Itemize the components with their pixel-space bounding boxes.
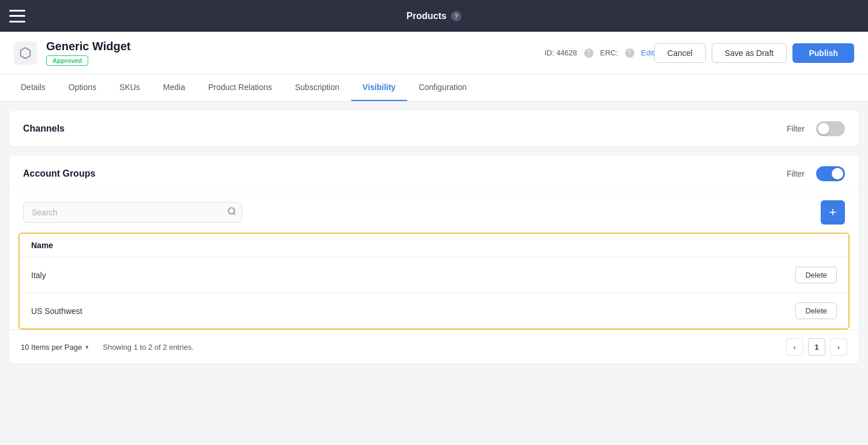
account-groups-title: Account Groups <box>23 169 95 179</box>
approved-badge: Approved <box>46 55 88 66</box>
prev-icon: ‹ <box>794 343 796 351</box>
row-name: Italy <box>31 271 795 280</box>
per-page-label: 10 Items per Page <box>21 343 82 351</box>
delete-button[interactable]: Delete <box>795 302 837 319</box>
search-icon[interactable] <box>227 207 236 218</box>
edit-link[interactable]: Edit <box>641 48 654 57</box>
name-column-header: Name <box>31 241 837 250</box>
help-icon[interactable]: ? <box>451 11 461 21</box>
current-page-button[interactable]: 1 <box>808 338 825 356</box>
delete-button[interactable]: Delete <box>795 267 837 283</box>
erc-label: ERC: <box>600 48 618 57</box>
channels-section: Channels Filter <box>9 111 859 147</box>
product-info: Generic Widget Approved <box>46 40 531 66</box>
tab-visibility[interactable]: Visibility <box>351 74 407 101</box>
cancel-button[interactable]: Cancel <box>654 43 706 63</box>
product-id: ID: 44628 <box>544 48 577 57</box>
save-draft-button[interactable]: Save as Draft <box>712 43 787 63</box>
tab-configuration[interactable]: Configuration <box>407 74 478 101</box>
svg-line-1 <box>234 213 235 215</box>
erc-help-icon[interactable]: ? <box>625 48 634 58</box>
top-bar: Products ? <box>0 0 868 32</box>
search-area: + <box>9 192 859 233</box>
page-title: Products <box>407 11 446 21</box>
content-area: Channels Filter Account Groups Filter <box>0 102 868 373</box>
table-row: US Southwest Delete <box>20 293 848 328</box>
top-bar-title: Products ? <box>407 11 461 21</box>
add-account-group-button[interactable]: + <box>821 200 845 225</box>
tab-skus[interactable]: SKUs <box>108 74 152 101</box>
channels-filter-toggle[interactable] <box>816 121 845 136</box>
next-icon: › <box>837 343 840 351</box>
account-groups-header: Account Groups Filter <box>9 156 859 192</box>
showing-text: Showing 1 to 2 of 2 entries. <box>103 343 194 351</box>
tab-media[interactable]: Media <box>152 74 197 101</box>
product-meta: ID: 44628 ? ERC: ? Edit <box>544 48 654 58</box>
id-help-icon[interactable]: ? <box>584 48 593 58</box>
product-name: Generic Widget <box>46 40 531 53</box>
search-input[interactable] <box>23 202 242 223</box>
next-page-button[interactable]: › <box>830 338 847 356</box>
product-header: Generic Widget Approved ID: 44628 ? ERC:… <box>0 32 868 74</box>
table-row: Italy Delete <box>20 257 848 293</box>
sidebar-toggle[interactable] <box>9 10 25 23</box>
product-icon <box>14 42 37 65</box>
row-name: US Southwest <box>31 306 795 316</box>
publish-button[interactable]: Publish <box>792 43 854 63</box>
tab-subscription[interactable]: Subscription <box>284 74 351 101</box>
table-body: Italy Delete US Southwest Delete <box>20 257 848 328</box>
tab-product-relations[interactable]: Product Relations <box>197 74 284 101</box>
per-page-select[interactable]: 10 Items per Page ▾ <box>21 343 89 351</box>
account-groups-filter-label: Filter <box>787 169 805 178</box>
tab-options[interactable]: Options <box>57 74 108 101</box>
pagination-bar: 10 Items per Page ▾ Showing 1 to 2 of 2 … <box>9 330 859 364</box>
account-groups-table: Name Italy Delete US Southwest Delete <box>18 233 850 330</box>
search-input-wrap <box>23 202 242 223</box>
account-groups-section: Account Groups Filter + <box>9 156 859 364</box>
header-actions: Cancel Save as Draft Publish <box>654 43 854 63</box>
tabs-bar: DetailsOptionsSKUsMediaProduct Relations… <box>0 74 868 102</box>
per-page-chevron: ▾ <box>85 343 89 351</box>
account-groups-filter-toggle[interactable] <box>816 166 845 181</box>
channels-filter-label: Filter <box>787 124 805 133</box>
plus-icon: + <box>829 206 837 219</box>
table-header: Name <box>20 234 848 257</box>
prev-page-button[interactable]: ‹ <box>786 338 803 356</box>
svg-point-0 <box>228 208 235 214</box>
tab-details[interactable]: Details <box>9 74 57 101</box>
pagination-nav: ‹ 1 › <box>786 338 847 356</box>
channels-title: Channels <box>23 124 65 134</box>
